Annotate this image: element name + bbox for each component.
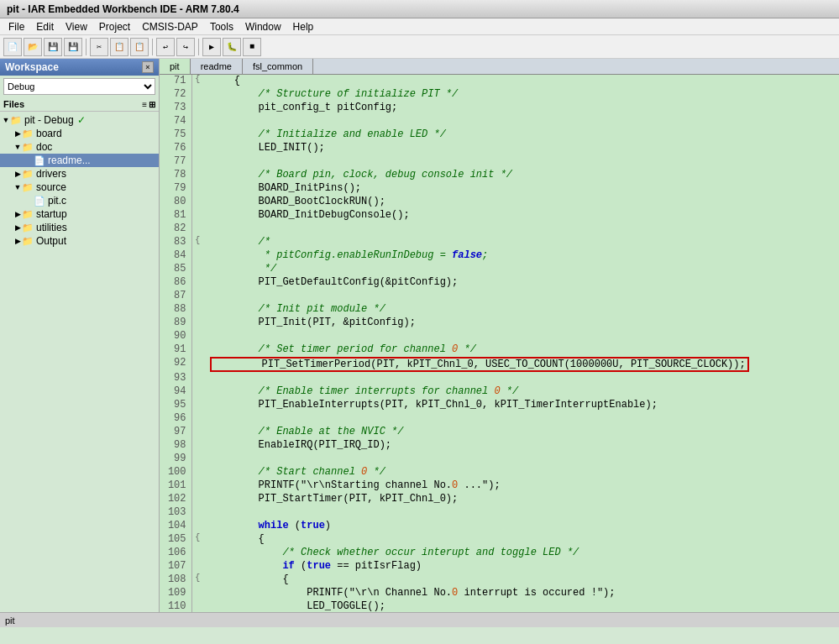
line-content[interactable] [203,506,839,520]
line-content[interactable] [203,372,839,385]
line-content[interactable]: /* Initialize and enable LED */ [203,128,839,142]
toolbar-cut[interactable]: ✂ [90,38,108,56]
toolbar-copy[interactable]: 📋 [110,38,128,56]
tree-toggle[interactable]: ▶ [13,170,22,178]
line-content[interactable] [203,223,839,236]
tree-toggle[interactable]: ▼ [13,143,22,151]
line-content[interactable] [203,115,839,128]
line-content[interactable]: /* Check whether occur interupt and togg… [203,547,839,560]
toolbar-saveall[interactable]: 💾 [64,38,82,56]
toolbar-stop[interactable]: ■ [243,38,261,56]
tab-fsl_common[interactable]: fsl_common [243,59,313,74]
line-content[interactable]: { [203,573,839,587]
line-content[interactable] [203,290,839,303]
workspace-close-button[interactable]: × [142,61,154,73]
code-line-103: 103 [160,506,839,520]
menu-item-cmsis-dap[interactable]: CMSIS-DAP [137,19,203,34]
line-content[interactable]: { [203,75,839,88]
tree-toggle[interactable]: ▶ [13,129,22,138]
toolbar-undo[interactable]: ↩ [156,38,175,56]
line-content[interactable]: PIT_GetDefaultConfig(&pitConfig); [203,276,839,290]
tree-item-doc[interactable]: ▼📁doc [0,140,159,154]
tree-toggle[interactable]: ▼ [13,183,22,191]
line-content[interactable] [203,412,839,426]
line-content[interactable] [203,330,839,343]
line-content[interactable]: /* Init pit module */ [203,303,839,317]
tree-item-pit-debug[interactable]: ▼📁pit - Debug✓ [0,113,159,127]
tree-item-board[interactable]: ▶📁board [0,127,159,140]
tree-item-startup[interactable]: ▶📁startup [0,207,159,221]
toolbar-save[interactable]: 💾 [44,38,62,56]
menu-item-tools[interactable]: Tools [205,19,239,34]
menu-item-view[interactable]: View [60,19,92,34]
fold-indicator[interactable]: { [191,573,203,587]
line-content[interactable]: BOARD_InitPins(); [203,182,839,196]
line-number: 105 [160,533,191,547]
fold-indicator [191,276,203,290]
files-icon-2[interactable]: ⊞ [149,100,155,109]
line-content[interactable] [203,453,839,466]
line-number: 77 [160,155,191,169]
toolbar-redo[interactable]: ↪ [176,38,195,56]
fold-indicator[interactable]: { [191,533,203,547]
code-line-75: 75 /* Initialize and enable LED */ [160,128,839,142]
line-content[interactable] [203,155,839,169]
code-line-104: 104 while (true) [160,520,839,533]
tree-item-drivers[interactable]: ▶📁drivers [0,167,159,181]
tree-item-output[interactable]: ▶📁Output [0,234,159,248]
line-content[interactable]: LED_TOGGLE(); [203,600,839,612]
tree-toggle[interactable]: ▶ [13,223,22,232]
files-icon-1[interactable]: ≡ [142,100,147,109]
toolbar-paste[interactable]: 📋 [130,38,149,56]
menu-item-file[interactable]: File [3,19,29,34]
menu-item-project[interactable]: Project [94,19,135,34]
tree-item-pit-c[interactable]: 📄pit.c [0,194,159,207]
line-content[interactable]: PIT_StartTimer(PIT, kPIT_Chnl_0); [203,493,839,506]
line-content[interactable]: * pitConfig.enableRunInDebug = false; [203,249,839,263]
toolbar-build[interactable]: ▶ [202,38,221,56]
menu-item-edit[interactable]: Edit [31,19,59,34]
line-content[interactable]: */ [203,263,839,276]
line-content[interactable]: /* [203,236,839,249]
tab-readme[interactable]: readme [191,59,243,74]
line-content[interactable]: /* Board pin, clock, debug console init … [203,169,839,182]
line-content[interactable]: if (true == pitIsrFlag) [203,560,839,573]
tree-toggle[interactable]: ▼ [2,116,10,124]
line-content[interactable]: PIT_EnableInterrupts(PIT, kPIT_Chnl_0, k… [203,399,839,412]
tree-item-readme[interactable]: 📄readme... [0,154,159,167]
line-content[interactable]: /* Structure of initialize PIT */ [203,88,839,102]
tree-item-utilities[interactable]: ▶📁utilities [0,221,159,234]
line-content[interactable]: BOARD_BootClockRUN(); [203,196,839,209]
line-content[interactable]: /* Enable at the NVIC */ [203,426,839,439]
line-content[interactable]: BOARD_InitDebugConsole(); [203,209,839,223]
menu-item-window[interactable]: Window [240,19,286,34]
toolbar-new[interactable]: 📄 [3,38,22,56]
tree-toggle[interactable]: ▶ [13,237,22,245]
tab-pit[interactable]: pit [160,59,191,74]
line-content[interactable]: { [203,533,839,547]
line-content[interactable]: /* Enable timer interrupts for channel 0… [203,385,839,399]
toolbar-open[interactable]: 📂 [24,38,42,56]
code-line-80: 80 BOARD_BootClockRUN(); [160,196,839,209]
line-content[interactable]: /* Start channel 0 */ [203,466,839,479]
line-content[interactable]: PRINTF("\r\n Channel No.0 interrupt is o… [203,587,839,600]
line-content[interactable]: /* Set timer period for channel 0 */ [203,343,839,357]
fold-indicator[interactable]: { [191,75,203,88]
code-scroll[interactable]: 71{ {72 /* Structure of initialize PIT *… [160,75,839,612]
toolbar-debug[interactable]: 🐛 [223,38,241,56]
code-line-97: 97 /* Enable at the NVIC */ [160,426,839,439]
menu-item-help[interactable]: Help [288,19,319,34]
code-line-95: 95 PIT_EnableInterrupts(PIT, kPIT_Chnl_0… [160,399,839,412]
debug-select[interactable]: Debug [3,78,155,95]
line-content[interactable]: while (true) [203,520,839,533]
tree-toggle[interactable]: ▶ [13,210,22,218]
sep2 [152,39,153,55]
fold-indicator[interactable]: { [191,236,203,249]
tree-item-source[interactable]: ▼📁source [0,181,159,194]
line-content[interactable]: PIT_Init(PIT, &pitConfig); [203,317,839,330]
line-content[interactable]: EnableIRQ(PIT_IRQ_ID); [203,439,839,453]
line-content[interactable]: PIT_SetTimerPeriod(PIT, kPIT_Chnl_0, USE… [203,357,839,372]
line-content[interactable]: pit_config_t pitConfig; [203,102,839,115]
line-content[interactable]: LED_INIT(); [203,142,839,155]
line-content[interactable]: PRINTF("\r\nStarting channel No.0 ..."); [203,479,839,493]
